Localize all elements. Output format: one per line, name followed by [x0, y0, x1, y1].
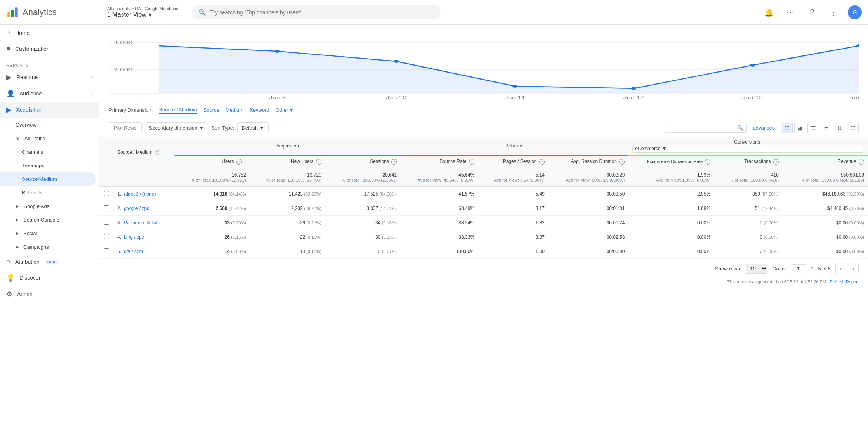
row-source-cell: 2. google / cpc: [113, 201, 174, 216]
users-help-icon[interactable]: ?: [236, 159, 242, 165]
sidebar-item-all-traffic[interactable]: ▼ All Traffic: [0, 132, 99, 145]
sidebar-item-google-ads[interactable]: ▶ Google Ads: [0, 199, 99, 213]
row-checkbox-cell[interactable]: [99, 216, 113, 230]
header-bounce-rate[interactable]: Bounce Rate ?: [401, 155, 478, 168]
row-checkbox[interactable]: [104, 248, 109, 253]
avg-session-help-icon[interactable]: ?: [619, 159, 625, 165]
row-source-link[interactable]: bing / cpc: [124, 234, 144, 240]
prev-page-button[interactable]: ‹: [835, 263, 846, 274]
sidebar-item-attribution-label: Attribution: [15, 259, 40, 265]
pages-session-help-icon[interactable]: ?: [539, 159, 545, 165]
svg-rect-0: [7, 12, 10, 17]
show-rows-select[interactable]: 10 25 50 100: [746, 264, 767, 274]
sidebar-item-social[interactable]: ▶ Social: [0, 227, 99, 240]
grid-view-button[interactable]: ☷: [781, 123, 793, 133]
sessions-help-icon[interactable]: ?: [391, 159, 397, 165]
row-number: 1.: [117, 191, 123, 197]
header-avg-session[interactable]: Avg. Session Duration ?: [549, 155, 628, 168]
sidebar-item-admin[interactable]: ⚙ Admin: [0, 286, 99, 302]
goto-input[interactable]: [791, 264, 806, 273]
refresh-report-link[interactable]: Refresh Report: [830, 279, 859, 284]
realtime-icon: ▶: [6, 73, 12, 81]
sidebar-item-attribution[interactable]: ○ Attribution BETA: [0, 254, 99, 270]
sidebar-item-search-console-label: Search Console: [23, 217, 59, 223]
conversions-dropdown[interactable]: eCommerce ▼: [632, 145, 864, 153]
row-source-link[interactable]: Partners / affiliate: [124, 220, 160, 225]
row-source-link[interactable]: (direct) / (none): [124, 191, 156, 197]
bar-view-button[interactable]: ☰: [807, 123, 819, 133]
sidebar-item-referrals[interactable]: Referrals: [0, 186, 99, 199]
dim-tab-source-medium[interactable]: Source / Medium: [159, 106, 197, 114]
header-users[interactable]: Users ? ↓: [174, 155, 250, 168]
header-sessions[interactable]: Sessions ?: [325, 155, 401, 168]
ecommerce-rate-help-icon[interactable]: ?: [705, 159, 710, 165]
custom-view-button[interactable]: ☷: [847, 123, 859, 133]
row-checkbox-cell[interactable]: [99, 187, 113, 201]
ga-logo-icon: [6, 6, 19, 19]
sidebar-item-campaigns[interactable]: ▶ Campaigns: [0, 240, 99, 254]
advanced-link[interactable]: advanced: [753, 125, 775, 131]
sort-type-dropdown[interactable]: Default ▼: [237, 122, 268, 133]
totals-revenue-cell: $50,581.08 % of Total: 100.00% ($50,581.…: [783, 168, 868, 187]
account-path: All accounts > UA - Google Merchandi...: [107, 6, 183, 11]
sidebar-item-source-medium[interactable]: Source/Medium: [0, 172, 96, 186]
source-medium-help-icon[interactable]: ?: [155, 150, 160, 155]
row-revenue-cell: $0.00 (0.00%): [783, 244, 868, 259]
sidebar-item-realtime[interactable]: ▶ Realtime ›: [0, 69, 99, 85]
new-users-help-icon[interactable]: ?: [316, 159, 321, 165]
next-page-button[interactable]: ›: [848, 263, 859, 274]
sidebar-item-channels[interactable]: Channels: [0, 145, 99, 159]
apps-icon[interactable]: ⋯: [783, 5, 798, 20]
table-search-icon[interactable]: 🔍: [737, 125, 743, 131]
sidebar-item-audience[interactable]: 👤 Audience ›: [0, 85, 99, 102]
user-avatar[interactable]: G: [848, 5, 862, 19]
global-search-input[interactable]: [210, 9, 434, 16]
more-options-icon[interactable]: ⋮: [826, 5, 842, 20]
dim-tab-medium[interactable]: Medium: [226, 106, 243, 114]
row-users-cell: 14 (0.08%): [174, 244, 250, 259]
svg-point-10: [512, 85, 517, 88]
header-ecommerce-rate[interactable]: Ecommerce Conversion Rate ?: [628, 155, 714, 168]
row-checkbox-cell[interactable]: [99, 201, 113, 216]
table-search-input[interactable]: [667, 125, 737, 131]
plot-rows-button[interactable]: Plot Rows: [109, 122, 142, 133]
sidebar-item-search-console[interactable]: ▶ Search Console: [0, 213, 99, 227]
global-search-bar[interactable]: 🔍: [192, 5, 441, 19]
pivot-view-button[interactable]: ⇅: [834, 123, 845, 133]
row-checkbox[interactable]: [104, 220, 109, 225]
row-checkbox-cell[interactable]: [99, 244, 113, 259]
header-pages-session[interactable]: Pages / Session ?: [478, 155, 549, 168]
row-checkbox[interactable]: [104, 191, 109, 196]
bounce-rate-help-icon[interactable]: ?: [469, 159, 474, 165]
dim-tab-other[interactable]: Other ▼: [276, 107, 294, 113]
notifications-icon[interactable]: 🔔: [761, 5, 776, 20]
sidebar-item-acquisition[interactable]: ▶ Acquisition: [0, 102, 99, 118]
header-transactions[interactable]: Transactions ?: [714, 155, 783, 168]
pie-view-button[interactable]: ◕: [794, 123, 806, 133]
sidebar-item-discover[interactable]: 💡 Discover: [0, 270, 99, 286]
row-source-link[interactable]: dfa / cpm: [124, 249, 143, 254]
row-checkbox[interactable]: [104, 234, 109, 239]
sidebar-item-customization[interactable]: ■ Customization: [0, 41, 99, 57]
header-source-medium[interactable]: Source / Medium ?: [113, 137, 174, 168]
row-checkbox[interactable]: [104, 205, 109, 210]
secondary-dimension-dropdown[interactable]: Secondary dimension ▼: [145, 122, 208, 133]
transactions-help-icon[interactable]: ?: [773, 159, 779, 165]
account-selector[interactable]: All accounts > UA - Google Merchandi... …: [107, 6, 183, 18]
admin-icon: ⚙: [6, 290, 12, 298]
sidebar-item-overview[interactable]: Overview: [0, 118, 99, 132]
sidebar-item-treemaps[interactable]: Treemaps: [0, 159, 99, 172]
sidebar-item-home[interactable]: ⌂ Home: [0, 25, 99, 41]
comparison-view-button[interactable]: ⇄: [821, 123, 832, 133]
dim-tab-source[interactable]: Source: [203, 106, 219, 114]
table-search-box[interactable]: 🔍: [664, 123, 747, 133]
dim-tab-keyword[interactable]: Keyword: [250, 106, 269, 114]
row-checkbox-cell[interactable]: [99, 230, 113, 244]
header-new-users[interactable]: New Users ?: [250, 155, 325, 168]
view-selector[interactable]: 1 Master View ▾: [107, 11, 183, 18]
help-icon[interactable]: ?: [804, 5, 820, 20]
header-revenue[interactable]: Revenue ?: [783, 155, 868, 168]
chart-container: 4,000 2,000 ... Jun 9 Jun 10: [109, 31, 859, 101]
row-source-link[interactable]: google / cpc: [124, 206, 149, 211]
revenue-help-icon[interactable]: ?: [859, 159, 864, 165]
